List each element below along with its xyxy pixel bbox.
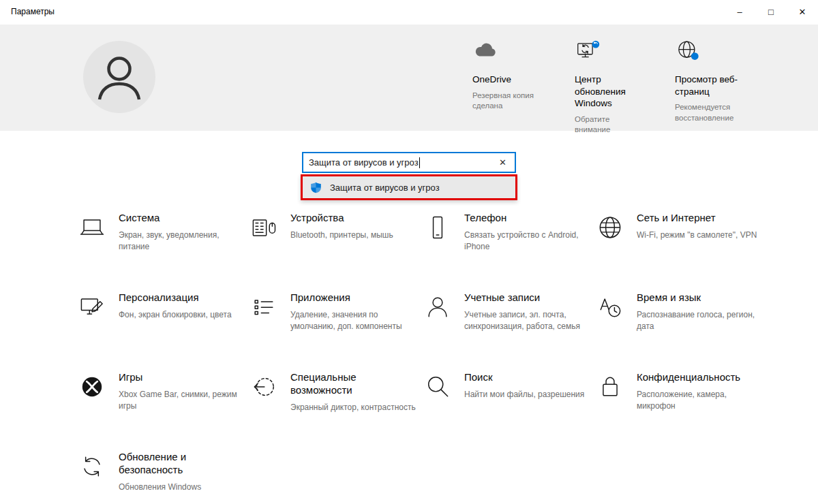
category-title: Телефон <box>464 212 591 225</box>
category-title: Специальные возможности <box>290 371 417 397</box>
windows-update-icon <box>575 38 601 65</box>
suggestion-label: Защита от вирусов и угроз <box>330 183 440 193</box>
category-time-language[interactable]: Время и язык Распознавание голоса, регио… <box>594 291 758 371</box>
category-subtitle: Связать устройство с Android, iPhone <box>464 230 591 253</box>
category-network[interactable]: Сеть и Интернет Wi-Fi, режим "в самолете… <box>594 211 758 291</box>
category-title: Приложения <box>290 292 417 304</box>
category-subtitle: Xbox Game Bar, снимки, режим игры <box>119 389 245 412</box>
tile-title: Просмотр веб-страниц <box>675 74 762 97</box>
category-title: Конфиденциальность <box>637 371 758 384</box>
category-subtitle: Учетные записи, эл. почта, синхронизация… <box>464 309 591 332</box>
category-subtitle: Распознавание голоса, регион, дата <box>637 309 758 332</box>
onedrive-cloud-icon <box>472 38 498 65</box>
category-title: Устройства <box>290 212 393 225</box>
phone-icon <box>422 211 453 242</box>
text-caret <box>419 157 420 168</box>
category-subtitle: Обновления Windows <box>119 482 245 493</box>
title-bar: Параметры – □ ✕ <box>0 0 818 25</box>
category-title: Система <box>119 212 245 225</box>
category-title: Поиск <box>464 371 584 384</box>
category-title: Учетные записи <box>464 292 591 304</box>
category-update-security[interactable]: Обновление и безопасность Обновления Win… <box>76 450 248 504</box>
category-search[interactable]: Поиск Найти мои файлы, разрешения <box>422 371 594 450</box>
minimize-button[interactable]: – <box>724 0 755 23</box>
apps-icon <box>248 291 279 322</box>
window-controls: – □ ✕ <box>724 0 818 23</box>
status-tile-windows-update[interactable]: Центр обновления Windows Обратите вниман… <box>575 38 644 136</box>
status-tile-onedrive[interactable]: OneDrive Резервная копия сделана <box>472 38 558 112</box>
clear-search-icon[interactable]: ✕ <box>496 156 509 169</box>
search-input[interactable]: Защита от вирусов и угроз ✕ <box>302 152 516 173</box>
time-language-icon <box>594 291 626 322</box>
network-icon <box>594 211 626 242</box>
tile-subtitle: Обратите внимание <box>575 114 644 136</box>
category-accessibility[interactable]: Специальные возможности Экранный диктор,… <box>248 371 422 450</box>
category-accounts[interactable]: Учетные записи Учетные записи, эл. почта… <box>422 291 594 371</box>
status-tile-web-browsing[interactable]: Просмотр веб-страниц Рекомендуется восст… <box>675 38 762 123</box>
category-system[interactable]: Система Экран, звук, уведомления, питани… <box>76 211 248 291</box>
search-icon <box>422 371 453 402</box>
category-subtitle: Экран, звук, уведомления, питание <box>119 230 245 253</box>
close-button[interactable]: ✕ <box>787 0 818 23</box>
category-subtitle: Bluetooth, принтеры, мышь <box>290 230 393 241</box>
personalization-icon <box>76 291 108 322</box>
category-subtitle: Расположение, камера, микрофон <box>637 389 758 412</box>
category-subtitle: Удаление, значения по умолчанию, доп. ко… <box>290 309 417 332</box>
search-query-text: Защита от вирусов и угроз <box>309 157 419 168</box>
tile-subtitle: Резервная копия сделана <box>472 91 558 112</box>
accounts-icon <box>422 291 453 322</box>
tile-title: Центр обновления Windows <box>575 74 644 110</box>
tile-subtitle: Рекомендуется восстановление <box>675 102 762 123</box>
maximize-button[interactable]: □ <box>755 0 787 23</box>
category-title: Игры <box>119 371 245 384</box>
games-icon <box>76 371 108 402</box>
settings-window: Параметры – □ ✕ OneDrive Резервная копия… <box>0 0 818 504</box>
category-subtitle: Найти мои файлы, разрешения <box>464 389 584 400</box>
tile-title: OneDrive <box>472 74 511 86</box>
category-privacy[interactable]: Конфиденциальность Расположение, камера,… <box>594 371 758 450</box>
category-title: Персонализация <box>119 292 232 304</box>
category-personalization[interactable]: Персонализация Фон, экран блокировки, цв… <box>76 291 248 371</box>
header-band: OneDrive Резервная копия сделана Центр о… <box>0 25 818 131</box>
settings-category-grid: Система Экран, звук, уведомления, питани… <box>76 211 758 504</box>
system-icon <box>76 211 108 242</box>
category-subtitle: Экранный диктор, контрастность <box>290 402 417 413</box>
privacy-icon <box>594 371 626 402</box>
user-avatar-icon <box>83 41 155 113</box>
search-suggestion-item[interactable]: Защита от вирусов и угроз <box>301 174 517 200</box>
category-subtitle: Фон, экран блокировки, цвета <box>119 309 232 321</box>
category-games[interactable]: Игры Xbox Game Bar, снимки, режим игры <box>76 371 248 450</box>
web-browsing-icon <box>675 38 701 65</box>
category-devices[interactable]: Устройства Bluetooth, принтеры, мышь <box>248 211 422 291</box>
defender-shield-icon <box>309 181 322 194</box>
category-title: Обновление и безопасность <box>119 451 245 477</box>
accessibility-icon <box>248 371 279 402</box>
window-title: Параметры <box>11 7 55 16</box>
category-phone[interactable]: Телефон Связать устройство с Android, iP… <box>422 211 594 291</box>
devices-icon <box>248 211 279 242</box>
update-security-icon <box>76 450 108 482</box>
category-subtitle: Wi-Fi, режим "в самолете", VPN <box>637 230 757 241</box>
category-apps[interactable]: Приложения Удаление, значения по умолчан… <box>248 291 422 371</box>
category-title: Сеть и Интернет <box>637 212 757 225</box>
category-title: Время и язык <box>637 292 758 304</box>
